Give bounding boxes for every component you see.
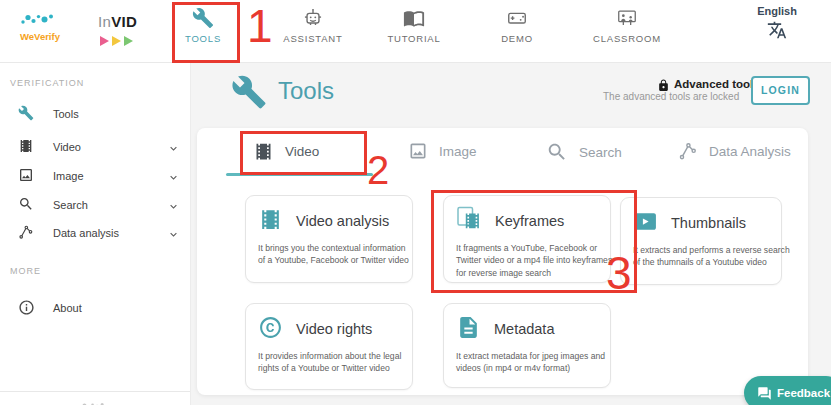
tab-label: Search <box>579 145 622 160</box>
keyframes-icon <box>456 206 482 236</box>
sidebar-item-video[interactable]: Video <box>0 135 190 161</box>
tab-label: Video <box>285 144 319 159</box>
sidebar-item-label: Data analysis <box>53 227 119 239</box>
card-description: It brings you the contextual information… <box>258 242 400 267</box>
nav-item-label: TOOLS <box>158 33 248 44</box>
sidebar-section-more: MORE <box>10 266 41 276</box>
card-thumbnails[interactable]: Thumbnails It extracts and performs a re… <box>620 197 782 285</box>
invid-wordmark-in: In <box>98 13 111 30</box>
sidebar-item-label: Video <box>53 141 81 153</box>
chevron-down-icon <box>167 171 180 184</box>
invid-logo: InVID <box>98 13 137 50</box>
card-keyframes[interactable]: Keyframes It fragments a YouTube, Facebo… <box>443 195 611 283</box>
wrench-icon <box>18 105 34 121</box>
play-icon <box>633 209 658 238</box>
chat-icon <box>757 386 772 401</box>
advanced-tools-title: Advanced tools <box>674 78 760 90</box>
info-icon <box>18 299 35 316</box>
nav-item-tools[interactable]: TOOLS <box>158 7 248 44</box>
advanced-tools-subtitle: The advanced tools are locked <box>603 91 739 102</box>
feedback-label: Feedback <box>777 387 830 399</box>
card-video-analysis[interactable]: Video analysis It brings you the context… <box>245 195 413 283</box>
invid-wordmark-vid: VID <box>111 13 137 30</box>
card-title: Keyframes <box>495 213 564 229</box>
page-title: Tools <box>278 77 334 105</box>
robot-icon <box>301 7 325 29</box>
search-icon <box>546 141 568 163</box>
card-title: Video rights <box>296 321 372 337</box>
sidebar-section-verification: VERIFICATION <box>10 78 84 88</box>
tab-search[interactable]: Search <box>546 141 622 163</box>
gamepad-icon <box>505 7 529 29</box>
card-description: It provides information about the legalr… <box>258 350 400 375</box>
film-icon <box>18 138 34 154</box>
nav-item-demo[interactable]: DEMO <box>472 7 562 44</box>
tab-video[interactable]: Video <box>253 141 319 162</box>
card-title: Metadata <box>494 321 554 337</box>
sidebar-item-tools[interactable]: Tools <box>0 102 190 128</box>
film-icon <box>258 207 283 236</box>
card-description: It extracts and performs a reverse searc… <box>633 244 769 269</box>
sidebar-item-data-analysis[interactable]: Data analysis <box>0 221 190 247</box>
card-title: Thumbnails <box>671 215 746 231</box>
weverify-wordmark: WeVerify <box>20 31 92 42</box>
chevron-down-icon <box>167 228 180 241</box>
sidebar-item-about[interactable]: About <box>0 296 190 322</box>
film-icon <box>253 141 274 162</box>
sidebar-item-label: About <box>53 302 82 314</box>
sidebar-item-label: Image <box>53 170 84 182</box>
language-selector[interactable]: English <box>745 5 809 44</box>
top-navigation-bar: WeVerify InVID TOOLS ASSISTANT <box>0 0 831 63</box>
network-icon <box>18 224 34 240</box>
document-icon <box>456 315 481 344</box>
image-icon <box>408 141 428 161</box>
nav-item-tutorial[interactable]: TUTORIAL <box>369 7 459 44</box>
nav-item-classroom[interactable]: CLASSROOM <box>582 7 672 44</box>
card-video-rights[interactable]: Video rights It provides information abo… <box>245 303 413 390</box>
network-icon <box>678 141 698 161</box>
nav-item-label: ASSISTANT <box>268 33 358 44</box>
invid-play-triangles-icon <box>98 32 137 50</box>
nav-item-label: CLASSROOM <box>582 33 672 44</box>
sidebar: VERIFICATION Tools Video Image Search D <box>0 63 191 405</box>
image-icon <box>18 167 34 183</box>
weverify-dots-icon <box>20 13 66 26</box>
weverify-footer-logo <box>78 398 114 405</box>
language-label: English <box>745 5 809 17</box>
card-description: It extract metadata for jpeg images andv… <box>456 350 598 375</box>
classroom-icon <box>616 7 638 29</box>
sidebar-item-search[interactable]: Search <box>0 193 190 219</box>
chevron-down-icon <box>167 200 180 213</box>
tab-label: Data Analysis <box>709 144 791 159</box>
tab-label: Image <box>439 144 477 159</box>
translate-icon <box>767 20 787 40</box>
login-button[interactable]: LOGIN <box>751 76 810 105</box>
card-title: Video analysis <box>296 213 389 229</box>
sidebar-item-image[interactable]: Image <box>0 164 190 190</box>
nav-item-label: TUTORIAL <box>369 33 459 44</box>
sidebar-item-label: Tools <box>53 108 79 120</box>
tools-header-wrench-icon <box>231 74 267 114</box>
nav-item-assistant[interactable]: ASSISTANT <box>268 7 358 44</box>
card-description: It fragments a YouTube, Facebook orTwitt… <box>456 242 598 279</box>
copyright-icon <box>258 315 283 344</box>
tab-image[interactable]: Image <box>408 141 477 161</box>
weverify-logo: WeVerify <box>20 12 92 42</box>
book-icon <box>403 7 425 29</box>
chevron-down-icon <box>167 142 180 155</box>
nav-item-label: DEMO <box>472 33 562 44</box>
sidebar-divider <box>0 391 190 392</box>
tab-data-analysis[interactable]: Data Analysis <box>678 141 791 161</box>
active-tab-indicator <box>226 173 373 176</box>
feedback-button[interactable]: Feedback <box>744 376 831 405</box>
card-metadata[interactable]: Metadata It extract metadata for jpeg im… <box>443 303 611 388</box>
search-icon <box>18 196 34 212</box>
invid-weverify-plugin-window: WeVerify InVID TOOLS ASSISTANT <box>0 0 831 405</box>
sidebar-item-label: Search <box>53 199 88 211</box>
wrench-icon <box>192 7 214 29</box>
